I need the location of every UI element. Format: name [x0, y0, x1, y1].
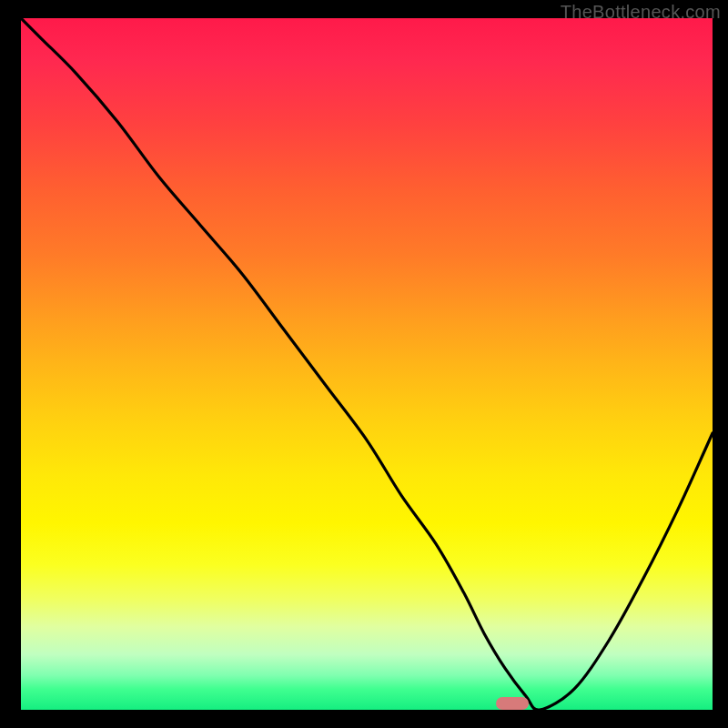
chart-container: TheBottleneck.com [0, 0, 728, 728]
optimal-marker [496, 697, 529, 710]
watermark-text: TheBottleneck.com [561, 2, 721, 23]
plot-area [18, 18, 713, 713]
bottleneck-curve [21, 18, 713, 710]
